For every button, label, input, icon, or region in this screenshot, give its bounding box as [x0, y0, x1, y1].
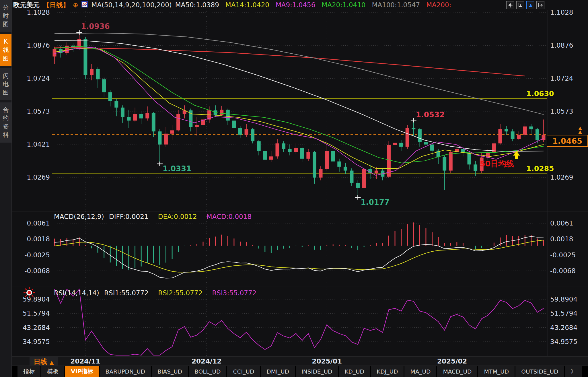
price-up-arrows: ▲ ▲ [578, 126, 582, 134]
rsi1-value: RSI1:55.0772 [104, 289, 149, 297]
candle-body [170, 130, 174, 133]
axis-label: 59.8904 [550, 296, 577, 303]
candle-body [108, 92, 112, 101]
axis-label: -0.0025 [550, 251, 576, 259]
axis-label: 1.0269 [27, 174, 50, 181]
indicator-tab-INSIDE_UD[interactable]: INSIDE_UD [296, 366, 338, 377]
candle-body [53, 49, 57, 57]
candle-body [468, 153, 471, 165]
candle-body [114, 101, 118, 108]
date-tick-label: 2025/01 [312, 357, 342, 365]
axis-label: 34.9575 [550, 338, 577, 345]
indicator-tab-模板[interactable]: 模板 [41, 366, 64, 377]
candle-body [282, 143, 285, 149]
last-price-box[interactable]: 1.0465 [547, 135, 588, 147]
candle-body [356, 183, 360, 188]
candle-body [294, 148, 298, 152]
period-text: 日线 [34, 358, 47, 366]
ma50-note-label: 50日均线 [480, 159, 514, 168]
candle-body [90, 69, 94, 75]
axis-label: 1.0573 [550, 108, 573, 115]
period-label[interactable]: 日线 ▲ [30, 357, 58, 366]
indicator-tab-MTM_UD[interactable]: MTM_UD [478, 366, 515, 377]
candle-body [313, 152, 316, 178]
axis-label: 0.0018 [550, 235, 573, 243]
date-tick-label: 2024/11 [70, 357, 100, 365]
candle-body [331, 151, 335, 161]
axis-label: 0.0061 [550, 219, 573, 227]
candle-body [449, 152, 453, 170]
candle-body [152, 113, 155, 131]
candle-body [195, 125, 199, 127]
candle-body [288, 149, 292, 152]
swing-label: 1.0177 [361, 198, 390, 207]
indicator-tab-BIAS_UD[interactable]: BIAS_UD [152, 366, 188, 377]
candle-body [83, 39, 87, 75]
candle-body [406, 128, 409, 147]
axis-label: 51.5794 [23, 310, 50, 317]
alert-icon[interactable] [23, 286, 36, 300]
candle-body [424, 142, 428, 145]
rsi-pane-title: RSI(14,14,14) RSI1:55.0772 RSI2:55.0772 … [54, 289, 256, 297]
candle-body [263, 151, 267, 160]
candle-body [269, 156, 273, 160]
indicator-tab-MA_UD[interactable]: MA_UD [404, 366, 436, 377]
ma20-line [54, 46, 544, 163]
indicator-tab-BARUPDN_UD[interactable]: BARUPDN_UD [100, 366, 151, 377]
swing-label: 1.0331 [163, 164, 191, 173]
rsi3-value: RSI3:55.0772 [212, 289, 256, 297]
date-tick-label: 2025/02 [437, 357, 467, 365]
indicator-tab-MACD_UD[interactable]: MACD_UD [437, 366, 477, 377]
candle-body [350, 171, 353, 183]
candle-body [393, 143, 397, 145]
indicator-tab-BOLL_UD[interactable]: BOLL_UD [189, 366, 226, 377]
axis-label: 1.0573 [27, 108, 50, 115]
candle-body [176, 114, 180, 131]
indicator-tabbar: 指标模板VIP指标BARUPDN_UDBIAS_UDBOLL_UDCCI_UDD… [12, 366, 588, 377]
axis-label: 1.0724 [27, 75, 50, 82]
diff-line [54, 236, 544, 278]
candle-body [536, 129, 539, 140]
axis-label: 43.2684 [23, 324, 50, 331]
level-label: 1.0630 [526, 90, 554, 98]
chart-canvas[interactable]: 1.06301.02851.09361.03311.01771.053250日均… [0, 0, 588, 377]
candle-body [65, 46, 69, 53]
candle-body [344, 167, 347, 171]
candle-body [133, 114, 137, 121]
axis-label: 0.0061 [27, 219, 50, 227]
indicator-tab-KDJ_UD[interactable]: KDJ_UD [371, 366, 404, 377]
candle-body [220, 110, 223, 115]
ma14-line [54, 48, 544, 168]
swing-label: 1.0936 [81, 22, 110, 31]
candle-body [529, 127, 533, 129]
ma200-line [54, 47, 525, 76]
candle-body [492, 143, 496, 153]
indicator-tab-》[interactable]: 》 [565, 366, 582, 377]
candle-body [127, 117, 131, 121]
candle-body [238, 128, 242, 135]
candle-body [245, 129, 248, 135]
axis-label: 34.9575 [23, 338, 50, 345]
candle-body [418, 129, 422, 142]
indicator-tab-指标[interactable]: 指标 [17, 366, 40, 377]
candle-body [430, 145, 434, 151]
macd-dea-value: DEA:0.0012 [158, 213, 197, 220]
indicator-tab-OUTSIDE_UD[interactable]: OUTSIDE_UD [515, 366, 564, 377]
candle-body [486, 153, 490, 158]
indicator-tab-CCI_UD[interactable]: CCI_UD [227, 366, 260, 377]
axis-label: 1.1028 [550, 9, 573, 16]
candle-body [102, 79, 106, 92]
candle-body [375, 171, 378, 173]
axis-label: 1.0421 [27, 141, 50, 148]
axis-label: 43.2684 [550, 324, 577, 331]
macd-diff-value: DIFF:0.0021 [109, 213, 148, 220]
axis-label: -0.0068 [24, 267, 50, 275]
candle-body [505, 129, 508, 131]
candle-body [158, 131, 161, 144]
candle-body [145, 113, 149, 118]
indicator-tab-KD_UD[interactable]: KD_UD [339, 366, 370, 377]
indicator-tab-DMI_UD[interactable]: DMI_UD [261, 366, 295, 377]
candle-body [300, 148, 304, 159]
indicator-tab-VIP指标[interactable]: VIP指标 [65, 366, 99, 377]
axis-label: 1.0876 [27, 42, 50, 49]
